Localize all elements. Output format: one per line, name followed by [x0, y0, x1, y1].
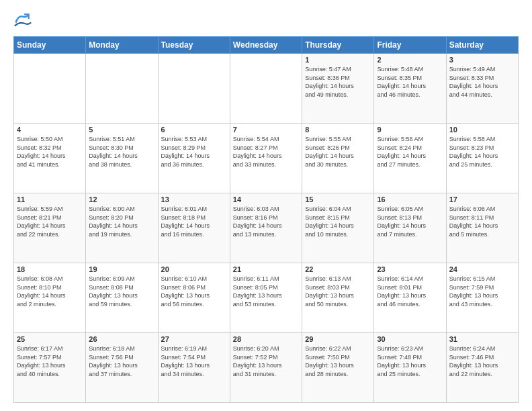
day-number: 5	[89, 126, 154, 134]
calendar-cell: 8Sunrise: 5:55 AM Sunset: 8:26 PM Daylig…	[302, 124, 374, 193]
day-info: Sunrise: 5:54 AM Sunset: 8:27 PM Dayligh…	[233, 135, 299, 169]
day-number: 7	[233, 126, 299, 134]
day-info: Sunrise: 6:23 AM Sunset: 7:48 PM Dayligh…	[377, 345, 443, 378]
calendar-cell: 25Sunrise: 6:17 AM Sunset: 7:57 PM Dayli…	[14, 333, 86, 403]
calendar-cell: 28Sunrise: 6:20 AM Sunset: 7:52 PM Dayli…	[230, 333, 302, 403]
calendar-cell: 22Sunrise: 6:13 AM Sunset: 8:03 PM Dayli…	[302, 263, 374, 333]
day-header-wednesday: Wednesday	[230, 37, 302, 54]
day-number: 19	[89, 265, 154, 273]
calendar-cell	[14, 54, 86, 124]
day-header-saturday: Saturday	[446, 37, 518, 54]
day-number: 18	[17, 265, 83, 273]
day-info: Sunrise: 5:48 AM Sunset: 8:35 PM Dayligh…	[377, 65, 443, 99]
day-number: 14	[233, 195, 299, 203]
day-info: Sunrise: 6:14 AM Sunset: 8:01 PM Dayligh…	[377, 275, 443, 308]
logo	[13, 11, 36, 30]
logo-icon	[13, 11, 32, 30]
day-number: 15	[305, 195, 371, 203]
calendar-cell: 12Sunrise: 6:00 AM Sunset: 8:20 PM Dayli…	[86, 193, 158, 263]
calendar-cell: 19Sunrise: 6:09 AM Sunset: 8:08 PM Dayli…	[86, 263, 158, 333]
day-number: 10	[449, 126, 515, 134]
day-number: 20	[161, 265, 227, 273]
day-number: 28	[233, 335, 299, 343]
calendar-cell: 14Sunrise: 6:03 AM Sunset: 8:16 PM Dayli…	[230, 193, 302, 263]
day-info: Sunrise: 6:13 AM Sunset: 8:03 PM Dayligh…	[305, 275, 371, 308]
calendar-cell: 4Sunrise: 5:50 AM Sunset: 8:32 PM Daylig…	[14, 124, 86, 193]
calendar-cell	[230, 54, 302, 124]
calendar-cell	[86, 54, 158, 124]
day-info: Sunrise: 6:15 AM Sunset: 7:59 PM Dayligh…	[449, 275, 515, 308]
calendar-cell: 16Sunrise: 6:05 AM Sunset: 8:13 PM Dayli…	[374, 193, 446, 263]
day-header-friday: Friday	[374, 37, 446, 54]
day-number: 27	[161, 335, 227, 343]
calendar-cell: 13Sunrise: 6:01 AM Sunset: 8:18 PM Dayli…	[158, 193, 230, 263]
day-info: Sunrise: 5:49 AM Sunset: 8:33 PM Dayligh…	[449, 65, 515, 99]
day-number: 30	[377, 335, 443, 343]
day-info: Sunrise: 6:03 AM Sunset: 8:16 PM Dayligh…	[233, 205, 299, 238]
week-row-5: 25Sunrise: 6:17 AM Sunset: 7:57 PM Dayli…	[14, 333, 519, 403]
day-info: Sunrise: 6:00 AM Sunset: 8:20 PM Dayligh…	[89, 205, 154, 238]
day-info: Sunrise: 5:56 AM Sunset: 8:24 PM Dayligh…	[377, 135, 443, 169]
day-number: 21	[233, 265, 299, 273]
day-header-thursday: Thursday	[302, 37, 374, 54]
day-header-tuesday: Tuesday	[158, 37, 230, 54]
calendar-cell	[158, 54, 230, 124]
day-info: Sunrise: 5:55 AM Sunset: 8:26 PM Dayligh…	[305, 135, 371, 169]
day-info: Sunrise: 5:51 AM Sunset: 8:30 PM Dayligh…	[89, 135, 154, 169]
page-header	[13, 11, 519, 30]
calendar-cell: 3Sunrise: 5:49 AM Sunset: 8:33 PM Daylig…	[446, 54, 518, 124]
calendar-cell: 6Sunrise: 5:53 AM Sunset: 8:29 PM Daylig…	[158, 124, 230, 193]
day-number: 17	[449, 195, 515, 203]
calendar-cell: 24Sunrise: 6:15 AM Sunset: 7:59 PM Dayli…	[446, 263, 518, 333]
calendar-cell: 15Sunrise: 6:04 AM Sunset: 8:15 PM Dayli…	[302, 193, 374, 263]
day-info: Sunrise: 6:22 AM Sunset: 7:50 PM Dayligh…	[305, 345, 371, 378]
calendar-cell: 1Sunrise: 5:47 AM Sunset: 8:36 PM Daylig…	[302, 54, 374, 124]
day-info: Sunrise: 6:09 AM Sunset: 8:08 PM Dayligh…	[89, 275, 154, 308]
day-info: Sunrise: 6:04 AM Sunset: 8:15 PM Dayligh…	[305, 205, 371, 238]
day-info: Sunrise: 5:50 AM Sunset: 8:32 PM Dayligh…	[17, 135, 83, 169]
day-number: 13	[161, 195, 227, 203]
day-number: 6	[161, 126, 227, 134]
day-info: Sunrise: 6:24 AM Sunset: 7:46 PM Dayligh…	[449, 345, 515, 378]
day-number: 16	[377, 195, 443, 203]
calendar-cell: 11Sunrise: 5:59 AM Sunset: 8:21 PM Dayli…	[14, 193, 86, 263]
day-info: Sunrise: 6:19 AM Sunset: 7:54 PM Dayligh…	[161, 345, 227, 378]
calendar-cell: 7Sunrise: 5:54 AM Sunset: 8:27 PM Daylig…	[230, 124, 302, 193]
day-info: Sunrise: 5:58 AM Sunset: 8:23 PM Dayligh…	[449, 135, 515, 169]
day-number: 31	[449, 335, 515, 343]
calendar-cell: 10Sunrise: 5:58 AM Sunset: 8:23 PM Dayli…	[446, 124, 518, 193]
day-info: Sunrise: 6:06 AM Sunset: 8:11 PM Dayligh…	[449, 205, 515, 238]
calendar-cell: 27Sunrise: 6:19 AM Sunset: 7:54 PM Dayli…	[158, 333, 230, 403]
day-info: Sunrise: 6:08 AM Sunset: 8:10 PM Dayligh…	[17, 275, 83, 308]
day-header-monday: Monday	[86, 37, 158, 54]
week-row-3: 11Sunrise: 5:59 AM Sunset: 8:21 PM Dayli…	[14, 193, 519, 263]
calendar-cell: 2Sunrise: 5:48 AM Sunset: 8:35 PM Daylig…	[374, 54, 446, 124]
week-row-2: 4Sunrise: 5:50 AM Sunset: 8:32 PM Daylig…	[14, 124, 519, 193]
day-number: 12	[89, 195, 154, 203]
day-number: 22	[305, 265, 371, 273]
week-row-1: 1Sunrise: 5:47 AM Sunset: 8:36 PM Daylig…	[14, 54, 519, 124]
day-number: 8	[305, 126, 371, 134]
day-number: 2	[377, 56, 443, 64]
day-number: 24	[449, 265, 515, 273]
calendar-cell: 30Sunrise: 6:23 AM Sunset: 7:48 PM Dayli…	[374, 333, 446, 403]
calendar-cell: 26Sunrise: 6:18 AM Sunset: 7:56 PM Dayli…	[86, 333, 158, 403]
day-info: Sunrise: 6:20 AM Sunset: 7:52 PM Dayligh…	[233, 345, 299, 378]
calendar-cell: 17Sunrise: 6:06 AM Sunset: 8:11 PM Dayli…	[446, 193, 518, 263]
calendar-cell: 20Sunrise: 6:10 AM Sunset: 8:06 PM Dayli…	[158, 263, 230, 333]
day-info: Sunrise: 6:10 AM Sunset: 8:06 PM Dayligh…	[161, 275, 227, 308]
day-number: 26	[89, 335, 154, 343]
calendar-table: SundayMondayTuesdayWednesdayThursdayFrid…	[13, 36, 519, 403]
day-header-sunday: Sunday	[14, 37, 86, 54]
calendar-cell: 29Sunrise: 6:22 AM Sunset: 7:50 PM Dayli…	[302, 333, 374, 403]
day-info: Sunrise: 5:53 AM Sunset: 8:29 PM Dayligh…	[161, 135, 227, 169]
day-number: 4	[17, 126, 83, 134]
calendar-cell: 5Sunrise: 5:51 AM Sunset: 8:30 PM Daylig…	[86, 124, 158, 193]
calendar-cell: 9Sunrise: 5:56 AM Sunset: 8:24 PM Daylig…	[374, 124, 446, 193]
day-number: 29	[305, 335, 371, 343]
calendar-cell: 31Sunrise: 6:24 AM Sunset: 7:46 PM Dayli…	[446, 333, 518, 403]
calendar-cell: 23Sunrise: 6:14 AM Sunset: 8:01 PM Dayli…	[374, 263, 446, 333]
day-number: 3	[449, 56, 515, 64]
week-row-4: 18Sunrise: 6:08 AM Sunset: 8:10 PM Dayli…	[14, 263, 519, 333]
day-number: 11	[17, 195, 83, 203]
